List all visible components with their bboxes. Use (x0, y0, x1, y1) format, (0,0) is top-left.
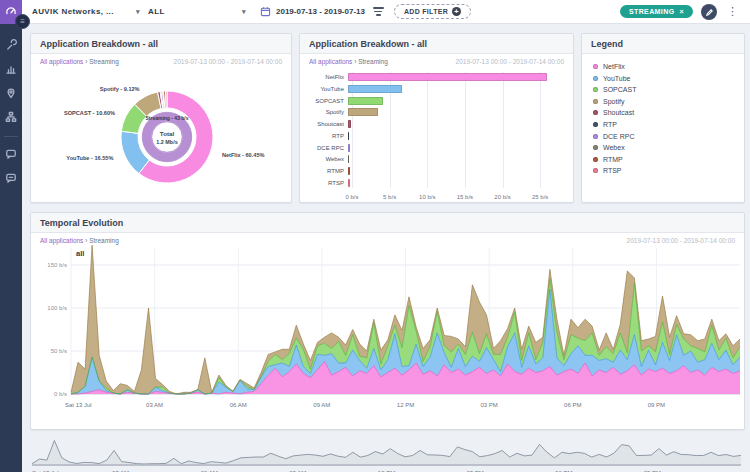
plus-icon: + (452, 7, 461, 16)
donut-slice-label: Spotify - 9.12% (100, 86, 140, 92)
topbar: AUVIK Networks, ... ▾ ALL ▾ 2019-07-13 -… (22, 0, 750, 24)
bar-value[interactable] (348, 144, 350, 152)
overview-area (32, 441, 741, 464)
bar-value[interactable] (348, 120, 351, 128)
panel-legend: Legend NetFlixYouTubeSOPCASTSpotifyShout… (581, 33, 745, 203)
legend-color-dot (593, 134, 598, 139)
bar-category-label: Shoutcast (306, 121, 348, 127)
panel-title: Legend (582, 34, 744, 54)
x-axis-tick-label: 09 AM (313, 402, 330, 408)
add-filter-label: ADD FILTER (404, 8, 448, 15)
filter-list-icon[interactable] (373, 7, 384, 15)
chevron-down-icon: ▾ (136, 8, 140, 16)
bar-value[interactable] (348, 167, 350, 175)
breadcrumb-sep: › (85, 58, 87, 65)
legend-item: DCE RPC (593, 133, 733, 140)
bar-category-label: RTMP (306, 168, 348, 174)
edit-dashboard-button[interactable] (701, 4, 717, 20)
legend-label: YouTube (603, 75, 631, 82)
temporal-evolution-chart[interactable]: 0 b/s 50 b/s 100 b/s 150 b/s Sat 13 Jul … (31, 244, 744, 424)
chat-icon (5, 146, 17, 164)
sidebar-collapse-toggle[interactable]: ≡ (15, 14, 30, 29)
add-filter-button[interactable]: ADD FILTER + (394, 4, 471, 19)
panel-title: Application Breakdown - all (31, 34, 291, 54)
scope-selector[interactable]: ALL ▾ (148, 7, 246, 16)
breadcrumb-current: Streaming (89, 58, 119, 65)
x-axis-tick-label: 03 AM (146, 402, 163, 408)
bar-track (348, 73, 559, 81)
bar-row[interactable]: NetFlix (306, 72, 559, 82)
legend-label: SOPCAST (603, 86, 636, 93)
breadcrumb-current: Streaming (358, 58, 388, 65)
sidebar (0, 0, 22, 472)
donut-inner-ring-label: Streaming - 43 b/s (145, 115, 188, 121)
bar-row[interactable]: SOPCAST (306, 96, 559, 106)
legend-color-dot (593, 122, 598, 127)
close-icon[interactable]: × (680, 8, 685, 15)
bar-row[interactable]: YouTube (306, 84, 559, 94)
chat-edit-icon (5, 170, 17, 188)
bar-row[interactable]: Shoutcast (306, 119, 559, 129)
legend-label: Spotify (603, 98, 624, 105)
legend-label: Shoutcast (603, 109, 634, 116)
overview-chart-svg[interactable]: Sat 13 Jul03 AM06 AM09 AM12 PM03 PM06 PM… (30, 436, 743, 472)
bar-track (348, 108, 559, 116)
legend-item: Webex (593, 144, 733, 151)
breadcrumb-link[interactable]: All applications (309, 58, 352, 65)
bar-row[interactable]: Spotify (306, 107, 559, 117)
bar-row[interactable]: RTSP (306, 178, 559, 188)
bar-value[interactable] (348, 108, 378, 116)
kebab-menu-icon[interactable]: ⋮ (725, 5, 740, 18)
x-axis-tick-label: 15 b/s (457, 194, 473, 200)
donut-chart[interactable]: Streaming - 43 b/s Total 1.2 Mb/sNetFlix… (31, 65, 291, 201)
y-axis-tick-label: 0 b/s (54, 391, 67, 397)
bar-value[interactable] (348, 85, 402, 93)
plot-series-label: all (76, 249, 84, 258)
breadcrumb-link[interactable]: All applications (40, 58, 83, 65)
sidebar-item-topology[interactable] (0, 106, 22, 130)
map-pin-icon (5, 85, 17, 103)
active-filter-label: STREAMING (629, 8, 675, 15)
sidebar-item-chat[interactable] (0, 143, 22, 167)
bar-category-label: DCE RPC (306, 145, 348, 151)
bar-value[interactable] (348, 132, 349, 140)
sidebar-item-locations[interactable] (0, 82, 22, 106)
legend-item: Spotify (593, 98, 733, 105)
bar-row[interactable]: DCE RPC (306, 143, 559, 153)
calendar-icon (260, 3, 271, 21)
breadcrumb-link[interactable]: All applications (40, 237, 83, 244)
dashboard: Application Breakdown - all All applicat… (22, 24, 750, 472)
legend-label: NetFlix (603, 63, 625, 70)
legend-item: YouTube (593, 75, 733, 82)
legend-item: Shoutcast (593, 109, 733, 116)
legend-item: RTMP (593, 156, 733, 163)
legend-color-dot (593, 110, 598, 115)
breadcrumb: All applications › Streaming (40, 58, 119, 65)
bar-value[interactable] (348, 155, 349, 163)
overview-brush-chart[interactable]: Sat 13 Jul03 AM06 AM09 AM12 PM03 PM06 PM… (30, 436, 745, 472)
bar-value[interactable] (348, 73, 547, 81)
sidebar-item-reports[interactable] (0, 58, 22, 82)
donut-slice[interactable] (166, 91, 167, 108)
active-filter-chip[interactable]: STREAMING × (620, 5, 693, 18)
bar-row[interactable]: Webex (306, 154, 559, 164)
tenant-selector[interactable]: AUVIK Networks, ... ▾ (32, 7, 140, 16)
date-range-picker[interactable]: 2019-07-13 - 2019-07-13 (260, 3, 365, 21)
bar-value[interactable] (348, 179, 350, 187)
y-axis-tick-label: 100 b/s (47, 305, 67, 311)
donut-center-value: 1.2 Mb/s (156, 139, 177, 145)
panel-title: Application Breakdown - all (300, 34, 573, 54)
sidebar-item-feedback[interactable] (0, 167, 22, 191)
x-axis-tick-label: 20 b/s (494, 194, 510, 200)
panel-application-breakdown-donut: Application Breakdown - all All applicat… (30, 33, 292, 203)
pencil-icon (705, 3, 714, 21)
legend-color-dot (593, 76, 598, 81)
sidebar-item-tools[interactable] (0, 34, 22, 58)
legend-color-dot (593, 87, 598, 92)
bar-row[interactable]: RTMP (306, 166, 559, 176)
y-axis-tick-label: 150 b/s (47, 262, 67, 268)
bar-value[interactable] (348, 97, 383, 105)
bar-row[interactable]: RTP (306, 131, 559, 141)
bar-chart[interactable]: 0 b/s5 b/s10 b/s15 b/s20 b/s25 b/s NetFl… (306, 72, 563, 204)
bar-track (348, 85, 559, 93)
